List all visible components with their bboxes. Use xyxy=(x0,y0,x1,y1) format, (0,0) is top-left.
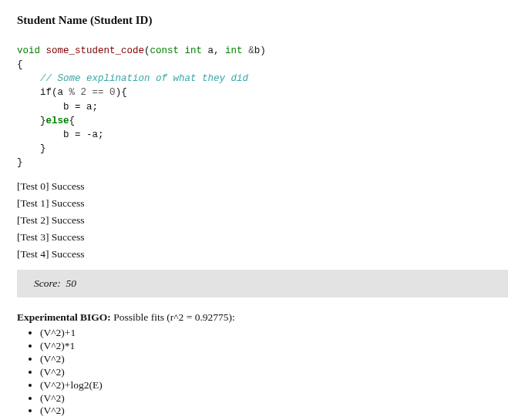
if-two: 2 xyxy=(81,87,87,98)
amp: & xyxy=(243,45,254,56)
assign-2: b = -a; xyxy=(17,129,104,140)
student-heading: Student Name (Student ID) xyxy=(17,14,508,27)
test-result: Success xyxy=(49,214,84,226)
kw-else: else xyxy=(46,116,69,126)
bigo-fit-item: (V^2) xyxy=(40,392,508,405)
bigo-fit-item: (V^2)+log2(E) xyxy=(40,379,508,392)
test-label: [Test 1] xyxy=(17,197,49,209)
brace-open: { xyxy=(17,59,23,70)
bigo-fit-item: (V^2)*1 xyxy=(40,340,508,353)
bigo-list: (V^2)+1(V^2)*1(V^2)(V^2)(V^2)+log2(E)(V^… xyxy=(17,327,508,418)
score-label: Score: xyxy=(34,277,61,289)
test-label: [Test 0] xyxy=(17,180,49,192)
if-mod: % xyxy=(69,87,76,98)
assign-1: b = a; xyxy=(17,102,98,113)
test-result: Success xyxy=(49,180,84,192)
indent xyxy=(17,73,40,84)
bigo-fit-item: (V^2)+1 xyxy=(40,327,508,340)
inner-close: } xyxy=(17,143,46,154)
bigo-fit-item: (V^2) xyxy=(40,405,508,418)
else-pre: } xyxy=(17,116,46,126)
close-paren: ) xyxy=(260,45,266,56)
code-block: void some_student_code(const int a, int … xyxy=(17,44,508,170)
test-label: [Test 3] xyxy=(17,231,49,243)
test-result-line: [Test 2] Success xyxy=(17,214,508,227)
if-eq: == xyxy=(93,87,104,98)
func-name: some_student_code xyxy=(46,45,145,56)
brace-close: } xyxy=(17,157,23,168)
bigo-fit-item: (V^2) xyxy=(40,366,508,379)
if-zero: 0 xyxy=(109,87,116,98)
test-label: [Test 4] xyxy=(17,248,49,260)
bigo-heading: Experimental BIGO: Possible fits (r^2 = … xyxy=(17,311,508,324)
open-paren: ( xyxy=(144,45,150,56)
bigo-heading-bold: Experimental BIGO: xyxy=(17,311,111,323)
if-pre: if(a xyxy=(17,87,69,98)
test-result: Success xyxy=(49,248,84,260)
code-comment: // Some explination of what they did xyxy=(40,73,248,84)
tests-container: [Test 0] Success[Test 1] Success[Test 2]… xyxy=(17,180,508,260)
test-result-line: [Test 0] Success xyxy=(17,180,508,193)
kw-void: void xyxy=(17,45,40,56)
else-post: { xyxy=(69,116,76,126)
if-tail: ){ xyxy=(116,87,127,98)
sp xyxy=(75,87,81,98)
kw-int: int xyxy=(225,45,243,56)
test-result-line: [Test 4] Success xyxy=(17,248,508,260)
param-a: a, xyxy=(202,45,225,56)
bigo-heading-rest: Possible fits (r^2 = 0.92775): xyxy=(111,311,235,323)
bigo-fit-item: (V^2) xyxy=(40,353,508,366)
kw-const-int: const int xyxy=(150,45,203,56)
test-result-line: [Test 1] Success xyxy=(17,197,508,210)
test-result-line: [Test 3] Success xyxy=(17,231,508,244)
score-value: 50 xyxy=(66,277,76,289)
sp xyxy=(86,87,93,98)
test-result: Success xyxy=(49,231,84,243)
test-label: [Test 2] xyxy=(17,214,49,226)
score-box: Score: 50 xyxy=(17,270,508,297)
sp xyxy=(104,87,110,98)
test-result: Success xyxy=(49,197,84,209)
